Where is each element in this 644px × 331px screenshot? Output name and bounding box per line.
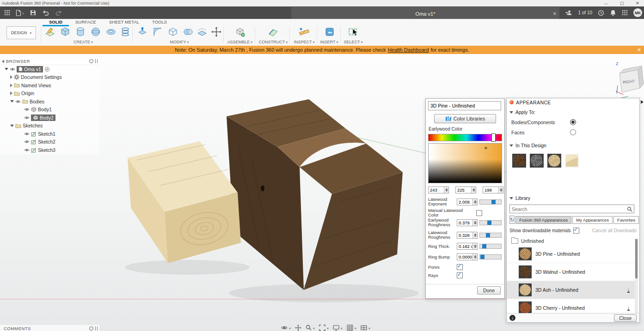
maximize-button[interactable]: [619, 1, 625, 6]
notifications-bell-icon[interactable]: [610, 9, 616, 16]
app-grid-icon[interactable]: [3, 9, 11, 17]
material-list-scrollbar[interactable]: [635, 238, 638, 313]
latewood-exponent-spinner[interactable]: [457, 199, 478, 205]
swatch-pine-block[interactable]: [565, 154, 579, 168]
measure-button[interactable]: [298, 26, 310, 38]
create-group-label[interactable]: CREATE: [44, 40, 123, 44]
material-row-cherry[interactable]: 3D Cherry - Unfinished ↓: [507, 299, 636, 313]
tree-row-body2[interactable]: Body2: [0, 114, 99, 122]
job-status-icon[interactable]: [598, 9, 604, 16]
tab-sheet-metal[interactable]: SHEET METAL: [103, 19, 146, 25]
health-dashboard-link[interactable]: Health Dashboard: [388, 47, 429, 53]
zoom-button[interactable]: [306, 325, 315, 331]
apply-option-faces[interactable]: Faces: [511, 129, 576, 135]
apply-to-section-header[interactable]: Apply To:: [509, 109, 535, 115]
file-menu-button[interactable]: [16, 9, 24, 17]
close-tab-icon[interactable]: ✕: [553, 11, 557, 16]
move-copy-button[interactable]: [210, 26, 222, 38]
latewood-exponent-slider[interactable]: [479, 199, 502, 205]
offset-face-button[interactable]: [196, 26, 208, 38]
material-row-walnut[interactable]: 3D Walnut - Unfinished: [507, 263, 636, 281]
apps-grid-icon[interactable]: [622, 10, 628, 16]
coil-button[interactable]: [119, 26, 131, 38]
visibility-icon[interactable]: [10, 67, 15, 71]
banner-close-icon[interactable]: ✕: [637, 47, 641, 53]
tab-my-appearances[interactable]: My Appearances: [572, 216, 613, 224]
redo-button[interactable]: [55, 9, 63, 17]
red-value-spinner[interactable]: [428, 187, 449, 193]
tree-row-sketches[interactable]: Sketches: [0, 122, 99, 130]
material-row-ash[interactable]: 3D Ash - Unfinished ↓: [507, 281, 636, 299]
select-group-label[interactable]: SELECT: [341, 40, 365, 44]
construction-plane-button[interactable]: [267, 26, 279, 38]
faces-radio[interactable]: [570, 129, 576, 135]
in-this-design-header[interactable]: In This Design: [509, 143, 546, 148]
fit-button[interactable]: [319, 325, 329, 331]
swatch-dark-wood[interactable]: [530, 154, 544, 168]
browser-grip-icon[interactable]: [95, 59, 98, 63]
ring-bump-spinner[interactable]: [457, 253, 478, 260]
construct-group-label[interactable]: CONSTRUCT: [256, 40, 291, 44]
earlywood-roughness-slider[interactable]: [479, 220, 502, 225]
fillet-button[interactable]: [152, 26, 164, 38]
color-libraries-button[interactable]: Color Libraries: [434, 114, 496, 123]
user-avatar[interactable]: MK: [633, 8, 642, 17]
pan-button[interactable]: [295, 325, 301, 331]
viewport[interactable]: Z RIGHT BROWSER: [0, 54, 644, 331]
expand-icon[interactable]: [5, 68, 8, 70]
document-tab[interactable]: Oma v1* ✕: [291, 7, 559, 19]
shell-button[interactable]: [167, 26, 179, 38]
visibility-icon[interactable]: [24, 116, 30, 120]
pine-body[interactable]: [128, 141, 241, 263]
insert-group-label[interactable]: INSERT: [317, 40, 341, 44]
inspect-group-label[interactable]: INSPECT: [290, 40, 318, 44]
download-icon[interactable]: ↓: [627, 305, 630, 311]
tree-row-origin[interactable]: Origin: [0, 90, 99, 98]
swatch-walnut[interactable]: [512, 154, 526, 168]
save-button[interactable]: [29, 9, 37, 17]
box-button[interactable]: [59, 26, 71, 38]
panel-expand-arrow[interactable]: [641, 100, 644, 104]
create-sketch-button[interactable]: [44, 26, 56, 38]
refresh-icon[interactable]: ↻: [509, 216, 515, 224]
minimize-button[interactable]: [603, 1, 609, 6]
blue-value-spinner[interactable]: [483, 187, 503, 193]
workspace-switcher[interactable]: DESIGN: [6, 26, 36, 39]
extension-icon[interactable]: [566, 10, 572, 16]
pores-checkbox[interactable]: [457, 264, 463, 270]
comments-grip-icon[interactable]: [95, 326, 98, 331]
ring-thickness-slider[interactable]: [479, 244, 502, 249]
unfinished-folder[interactable]: Unfinished: [511, 238, 544, 244]
tab-fusion-appearances[interactable]: Fusion 360 Appearances: [515, 216, 571, 224]
visibility-icon[interactable]: [24, 140, 30, 144]
tree-row-bodies[interactable]: Bodies: [0, 97, 99, 106]
visibility-icon[interactable]: [24, 108, 30, 111]
ring-thickness-spinner[interactable]: [457, 243, 478, 250]
tree-row-root[interactable]: Oma v1: [0, 65, 99, 73]
tree-row-body1[interactable]: Body1: [0, 106, 99, 114]
close-window-button[interactable]: [635, 1, 640, 6]
orbit-button[interactable]: [281, 325, 291, 331]
library-section-header[interactable]: Library: [509, 195, 530, 201]
apply-option-bodies[interactable]: Bodies/Components: [511, 119, 576, 125]
insert-canvas-button[interactable]: [324, 26, 336, 38]
manual-latewood-checkbox[interactable]: [476, 210, 482, 216]
collapse-browser-icon[interactable]: [2, 60, 4, 63]
cancel-downloads-link[interactable]: Cancel all Downloads: [592, 228, 637, 233]
new-component-button[interactable]: [234, 26, 246, 38]
browser-dot-icon[interactable]: [89, 59, 93, 63]
visibility-icon[interactable]: [24, 132, 30, 136]
material-row-pine[interactable]: 3D Pine - Unfinished: [507, 245, 636, 263]
combine-button[interactable]: [182, 26, 194, 38]
earlywood-roughness-spinner[interactable]: [457, 219, 478, 226]
bodies-components-radio[interactable]: [570, 119, 576, 125]
tab-solid[interactable]: SOLID: [43, 19, 69, 26]
sphere-button[interactable]: [90, 26, 102, 38]
search-icon[interactable]: [627, 206, 632, 212]
tree-row-sketch2[interactable]: Sketch2: [0, 138, 99, 146]
rays-checkbox[interactable]: [457, 272, 463, 278]
viewports-button[interactable]: [361, 325, 370, 331]
comments-dot-icon[interactable]: [89, 326, 93, 331]
show-downloadable-checkbox[interactable]: [573, 228, 579, 234]
torus-button[interactable]: [105, 26, 117, 38]
